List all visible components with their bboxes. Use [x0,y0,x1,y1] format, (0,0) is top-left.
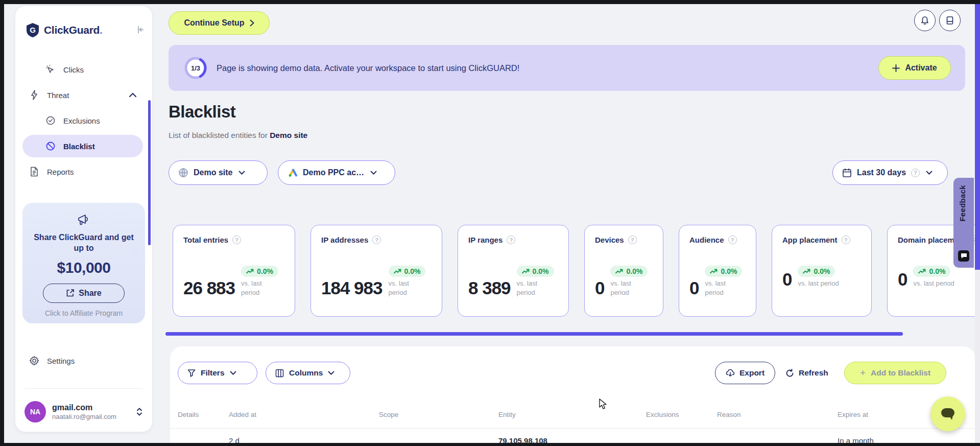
account-switcher[interactable]: NA gmail.com naatali.ro@gmail.com [25,398,143,425]
feedback-chat-icon [958,250,969,262]
activate-button[interactable]: Activate [878,56,951,80]
stat-card-value: 0 [689,279,699,297]
col-header-reason[interactable]: Reason [717,411,741,418]
col-header-entity[interactable]: Entity [498,411,516,418]
trend-up-icon [246,269,254,274]
sidebar-item-reports[interactable]: Reports [15,160,152,183]
stat-card-delta-badge: 0.0% [798,266,835,277]
account-name: gmail.com [52,403,116,412]
account-email: naatali.ro@gmail.com [52,413,116,420]
table-header-divider [170,428,975,429]
col-header-added-at[interactable]: Added at [229,411,256,418]
sidebar-item-threat[interactable]: Threat [15,84,152,106]
stat-card-label: Total entries [183,236,228,244]
blacklist-icon [45,140,56,152]
col-header-scope[interactable]: Scope [379,411,398,418]
clicks-icon [45,64,56,75]
ppc-account-selector[interactable]: Demo PPC ac… [278,160,395,185]
brand-logo: G ClickGuard. [26,21,142,39]
stat-card-delta-badge: 0.0% [389,266,426,277]
site-selector[interactable]: Demo site [169,160,268,185]
exclusions-icon [45,115,56,126]
help-icon[interactable]: ? [628,236,637,244]
stat-card-value: 8 389 [468,279,511,297]
docs-button[interactable] [939,10,961,31]
sidebar-item-exclusions[interactable]: Exclusions [15,109,152,132]
table-row-expires-at: In a month [838,436,874,443]
blacklist-table-panel: Filters Columns Export Refresh + Add to … [170,346,975,443]
add-to-blacklist-button[interactable]: + Add to Blacklist [844,362,946,384]
chat-widget-button[interactable] [930,396,965,431]
export-button[interactable]: Export [715,362,775,384]
plus-icon: + [860,367,866,379]
megaphone-icon [77,213,91,226]
sidebar: G ClickGuard. Clicks Threat [15,6,152,432]
refresh-button[interactable]: Refresh [785,362,828,384]
stat-card-value: 184 983 [321,279,383,297]
help-icon[interactable]: ? [232,236,241,244]
sidebar-item-settings[interactable]: Settings [15,349,152,372]
notifications-button[interactable] [914,10,936,31]
chevron-down-icon [370,171,377,175]
settings-icon [29,355,40,366]
select-chevrons-icon [136,407,143,416]
sidebar-item-label: Exclusions [63,116,100,125]
continue-setup-button[interactable]: Continue Setup [169,11,270,35]
page-scrollbar-thumb[interactable] [975,4,980,270]
plus-icon [892,64,900,72]
chevron-up-icon [129,92,137,98]
chevron-down-icon [230,371,236,375]
stat-card-value: 26 883 [183,279,235,297]
affiliate-promo-card[interactable]: Share ClickGuard and get up to $10,000 S… [22,203,145,323]
filter-icon [187,369,196,377]
ppc-account-label: Demo PPC ac… [303,168,364,177]
page-scrollbar-track[interactable] [975,4,980,443]
sidebar-item-blacklist[interactable]: Blacklist [15,135,152,157]
stat-cards-row: Total entries? 26 883 0.0% vs. last peri… [173,225,975,318]
promo-amount: $10,000 [30,259,138,276]
share-button[interactable]: Share [43,284,125,303]
date-range-selector[interactable]: Last 30 days ? [832,160,948,185]
help-icon[interactable]: ? [372,236,381,244]
sidebar-scrollbar[interactable] [148,100,151,245]
help-icon: ? [911,169,920,177]
filters-button[interactable]: Filters [178,362,257,384]
sidebar-item-clicks[interactable]: Clicks [15,58,152,81]
stat-card-app-placement: App placement? 0 0.0% vs. last period [772,225,872,317]
col-header-exclusions[interactable]: Exclusions [646,411,679,418]
sidebar-item-label: Threat [47,91,69,100]
help-icon[interactable]: ? [507,236,515,244]
stat-card-value: 0 [898,270,907,288]
stat-card-label: IP addresses [321,236,368,244]
stat-card-value: 0 [782,270,792,288]
columns-button[interactable]: Columns [266,362,350,384]
cards-horizontal-scrollbar[interactable] [165,332,903,336]
shield-logo-icon: G [26,22,40,38]
chevron-down-icon [238,171,245,175]
feedback-tab[interactable]: Feedback [953,178,974,268]
help-icon[interactable]: ? [728,236,737,244]
stat-card-delta-badge: 0.0% [913,266,950,277]
bell-icon [920,16,929,26]
page-title: Blacklist [169,102,235,122]
setup-progress-ring: 1/3 [184,56,207,80]
stat-card-delta-badge: 0.0% [705,266,742,277]
col-header-expires-at[interactable]: Expires at [838,411,868,418]
trend-up-icon [615,269,623,274]
help-icon[interactable]: ? [842,236,850,244]
stat-card-compare: vs. last period [913,279,954,288]
stat-card-ip-ranges: IP ranges? 8 389 0.0% vs. last period [458,225,569,317]
affiliate-link[interactable]: Click to Affiliate Program [30,309,138,317]
stat-card-compare: vs. last period [610,279,642,297]
svg-text:G: G [30,26,36,34]
col-header-details[interactable]: Details [178,411,199,418]
columns-icon [275,369,284,378]
sidebar-divider [25,388,143,389]
share-button-label: Share [79,289,101,298]
collapse-sidebar-icon[interactable] [136,25,146,35]
stat-card-delta-badge: 0.0% [241,266,278,277]
stat-card-label: Audience [689,236,724,244]
chat-bubble-icon [940,406,956,421]
google-ads-icon [288,168,298,177]
export-label: Export [739,368,764,378]
